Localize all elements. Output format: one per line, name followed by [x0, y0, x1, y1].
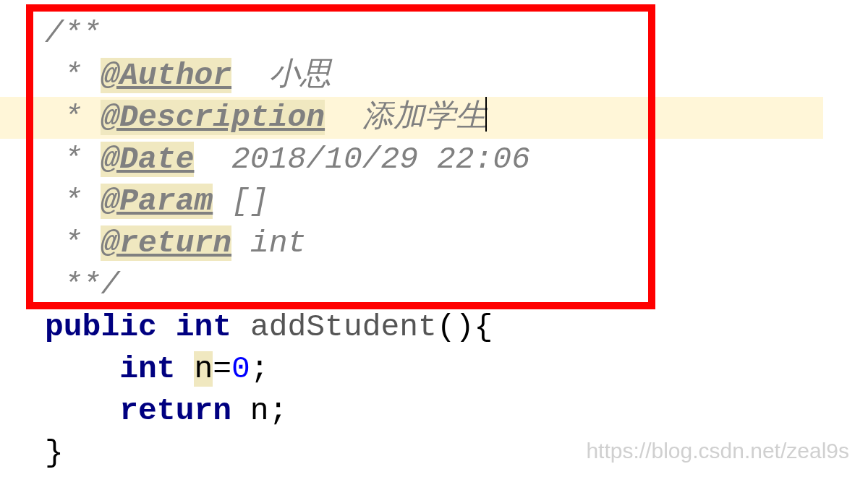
variable-n: n	[194, 351, 213, 387]
literal-zero: 0	[231, 351, 250, 387]
method-name: addStudent	[250, 309, 437, 345]
highlight-box	[26, 4, 655, 309]
keyword-public: public	[45, 309, 157, 345]
keyword-return: return	[119, 393, 231, 429]
close-brace: }	[45, 435, 64, 470]
keyword-int: int	[176, 309, 231, 345]
keyword-int: int	[119, 351, 175, 387]
variable-n: n	[250, 393, 269, 429]
watermark-text: https://blog.csdn.net/zeal9s	[586, 437, 849, 466]
